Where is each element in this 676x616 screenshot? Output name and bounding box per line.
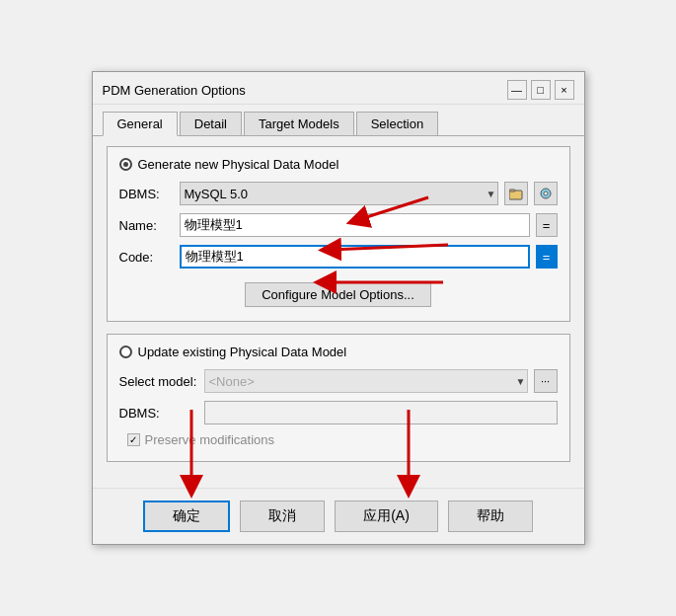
dialog-window: PDM Generation Options — □ × General Det… xyxy=(92,71,585,545)
update-group: Update existing Physical Data Model Sele… xyxy=(107,334,570,462)
dbms-select[interactable]: MySQL 5.0 xyxy=(180,182,498,205)
dbms-settings-icon[interactable] xyxy=(534,182,558,205)
tab-selection[interactable]: Selection xyxy=(356,112,438,136)
select-model-select[interactable]: <None> xyxy=(204,369,528,393)
dbms-label: DBMS: xyxy=(119,187,174,201)
preserve-checkbox[interactable]: ✓ xyxy=(127,433,140,446)
preserve-label: Preserve modifications xyxy=(145,432,275,447)
update-dbms-row: DBMS: xyxy=(119,401,558,424)
code-input[interactable] xyxy=(180,245,530,269)
maximize-button[interactable]: □ xyxy=(531,80,551,100)
configure-button[interactable]: Configure Model Options... xyxy=(245,282,431,307)
update-dbms-label: DBMS: xyxy=(119,406,198,421)
code-eq-button[interactable]: = xyxy=(536,245,558,269)
cancel-button[interactable]: 取消 xyxy=(240,500,325,532)
select-model-more-icon[interactable]: ··· xyxy=(534,369,558,393)
footer: 确定 取消 应用(A) 帮助 xyxy=(93,488,584,544)
title-bar: PDM Generation Options — □ × xyxy=(93,72,584,105)
tab-bar: General Detail Target Models Selection xyxy=(93,105,584,135)
select-model-label: Select model: xyxy=(119,374,198,389)
select-model-row: Select model: <None> ▼ ··· xyxy=(119,369,558,393)
dbms-row: DBMS: MySQL 5.0 ▼ xyxy=(119,182,558,205)
generate-group: Generate new Physical Data Model DBMS: M… xyxy=(107,146,570,322)
apply-button[interactable]: 应用(A) xyxy=(335,500,438,532)
dialog-title: PDM Generation Options xyxy=(103,83,246,98)
update-radio[interactable] xyxy=(119,346,132,358)
tab-general[interactable]: General xyxy=(103,112,178,136)
tab-target-models[interactable]: Target Models xyxy=(244,112,354,136)
confirm-button[interactable]: 确定 xyxy=(143,500,230,532)
svg-rect-1 xyxy=(509,190,515,192)
minimize-button[interactable]: — xyxy=(507,80,527,100)
select-model-wrap: <None> ▼ xyxy=(204,369,528,393)
help-button[interactable]: 帮助 xyxy=(448,500,533,532)
update-group-label: Update existing Physical Data Model xyxy=(119,345,558,359)
content-area: Generate new Physical Data Model DBMS: M… xyxy=(93,135,584,488)
code-label: Code: xyxy=(119,250,174,265)
name-input[interactable] xyxy=(180,213,530,237)
close-button[interactable]: × xyxy=(555,80,574,100)
name-row: Name: = xyxy=(119,213,558,237)
dbms-select-wrap: MySQL 5.0 ▼ xyxy=(180,182,498,205)
window-controls: — □ × xyxy=(507,80,574,100)
svg-point-3 xyxy=(544,192,548,195)
update-dbms-input[interactable] xyxy=(204,401,558,424)
preserve-row: ✓ Preserve modifications xyxy=(127,432,558,447)
tab-detail[interactable]: Detail xyxy=(180,112,242,136)
name-label: Name: xyxy=(119,218,174,233)
code-row: Code: = xyxy=(119,245,558,269)
dbms-folder-icon[interactable] xyxy=(504,182,528,205)
generate-radio[interactable] xyxy=(119,158,132,171)
generate-group-label: Generate new Physical Data Model xyxy=(119,157,558,172)
name-eq-button[interactable]: = xyxy=(536,213,558,237)
